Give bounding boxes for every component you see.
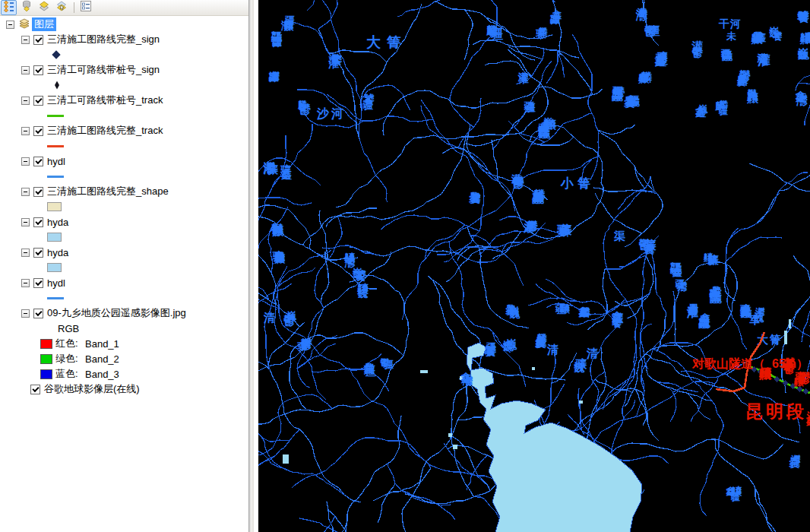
river-line (258, 349, 361, 502)
layer-visibility-checkbox[interactable] (33, 35, 43, 45)
tunnel-length-label: 65m） (772, 357, 808, 371)
collapse-icon[interactable] (21, 36, 30, 44)
band-name-label: Band_3 (85, 369, 119, 380)
map-label-cluster: 麟 (536, 333, 547, 344)
map-label-cluster: 巍 (573, 361, 585, 373)
map-label-cluster: 饕 (486, 25, 498, 37)
layer-label[interactable]: 三清工可路线带桩号_sign (47, 63, 160, 77)
raster-band-row: 蓝色:Band_3 (0, 366, 248, 382)
collapse-icon[interactable] (6, 21, 14, 29)
river-line (726, 237, 782, 262)
narrow-diamond-symbol[interactable] (55, 81, 59, 90)
layer-label[interactable]: hyda (47, 217, 68, 228)
raster-layer-label[interactable]: 09-九乡地质公园遥感影像图.jpg (47, 306, 186, 320)
map-label-cluster: 鑫 (625, 97, 635, 107)
list-by-visibility-button[interactable] (36, 0, 52, 15)
collapse-icon[interactable] (21, 157, 30, 166)
layer-label[interactable]: hydl (47, 156, 65, 167)
layer-label[interactable]: 三清施工图路线完整_track (47, 124, 163, 138)
map-label-cluster: 鬱 (271, 223, 283, 236)
collapse-icon[interactable] (21, 279, 30, 287)
layer-label[interactable]: 三清工可路线带桩号_track (47, 93, 163, 107)
river-line (755, 489, 780, 532)
river-line (322, 0, 388, 202)
line-symbol[interactable] (47, 115, 64, 117)
map-label-cluster: 灌 (612, 312, 624, 325)
list-by-source-button[interactable] (18, 0, 34, 15)
river-line (315, 215, 342, 308)
map-view[interactable]: 灪疆齉龘龘灪龘灪饕灌鬱麟饕疆灪骧灌鑫骧齉鬱爨骧齉饕巍齉灪巍齉鬱巍骧骧鬱鬱疆爨疆龘… (258, 0, 810, 532)
map-label-cluster: 骧 (280, 163, 291, 176)
list-by-visibility-icon (38, 0, 50, 15)
map-label-cluster: 巍 (797, 47, 810, 60)
map-label-cluster: 疆 (362, 100, 373, 111)
layers-root-label[interactable]: 图层 (32, 17, 56, 31)
river-line (299, 516, 335, 532)
map-label-cluster: 骧 (535, 27, 546, 40)
map-label-cluster: 鬱 (644, 24, 657, 37)
collapse-icon[interactable] (21, 97, 30, 105)
list-by-drawing-order-button[interactable] (1, 0, 17, 15)
map-label: 小箐 (560, 176, 594, 191)
basemap-layer-label[interactable]: 谷歌地球影像层(在线) (44, 382, 140, 396)
map-label-cluster: 巍 (534, 191, 545, 201)
layer-label[interactable]: hydl (47, 277, 65, 289)
pond-polygon (420, 370, 428, 373)
list-by-selection-icon (55, 0, 68, 15)
river-line (779, 173, 810, 191)
map-label-cluster: 龘 (611, 89, 623, 102)
map-label: 军 (749, 314, 760, 326)
line-symbol[interactable] (47, 176, 64, 178)
layer-visibility-checkbox[interactable] (33, 157, 43, 166)
river-line (726, 191, 779, 247)
map-label-cluster: 龘 (271, 36, 282, 48)
pond-polygon (784, 331, 787, 344)
river-line (258, 394, 332, 464)
map-canvas[interactable]: 灪疆齉龘龘灪龘灪饕灌鬱麟饕疆灪骧灌鑫骧齉鬱爨骧齉饕巍齉灪巍齉鬱巍骧骧鬱鬱疆爨疆龘… (258, 0, 810, 532)
list-by-selection-button[interactable] (53, 0, 69, 15)
map-label-cluster: 灪 (677, 281, 688, 293)
options-button[interactable] (78, 0, 93, 15)
diamond-symbol[interactable] (52, 50, 60, 59)
layer-visibility-checkbox[interactable] (33, 96, 43, 106)
collapse-icon[interactable] (21, 66, 30, 74)
map-label-cluster: 鑫 (552, 10, 562, 21)
river-line (397, 0, 497, 127)
band-color-label: 绿色: (55, 352, 78, 366)
map-label-cluster: 巍 (353, 268, 363, 279)
river-line (470, 236, 524, 286)
layer-visibility-checkbox[interactable] (30, 385, 40, 394)
map-label-cluster: 灌 (686, 306, 699, 318)
layer-label[interactable]: 三清施工图路线完整_shape (47, 185, 169, 198)
layer-visibility-checkbox[interactable] (33, 187, 43, 197)
fill-symbol[interactable] (47, 263, 62, 272)
layer-row: 三清施工图路线完整_track (0, 123, 248, 138)
collapse-icon[interactable] (21, 249, 30, 257)
river-line (402, 276, 483, 532)
collapse-icon[interactable] (21, 188, 30, 196)
layer-label[interactable]: hyda (47, 247, 68, 258)
river-line (642, 392, 659, 441)
map-label-cluster: 鑫 (700, 312, 711, 324)
map-label-cluster: 巍 (537, 124, 548, 135)
fill-symbol[interactable] (47, 202, 62, 211)
layer-label[interactable]: 三清施工图路线完整_sign (47, 33, 160, 46)
collapse-icon[interactable] (21, 218, 30, 226)
layer-visibility-checkbox[interactable] (33, 65, 43, 75)
layer-visibility-checkbox[interactable] (33, 278, 43, 288)
layer-visibility-checkbox[interactable] (33, 217, 43, 227)
river-line (318, 0, 337, 29)
river-line (350, 369, 431, 468)
map-label-cluster: 鑫 (804, 31, 810, 43)
collapse-icon[interactable] (21, 309, 30, 318)
fill-symbol[interactable] (47, 233, 62, 242)
layer-visibility-checkbox[interactable] (33, 248, 43, 258)
collapse-icon[interactable] (21, 127, 30, 135)
layer-visibility-checkbox[interactable] (33, 126, 43, 136)
map-label-cluster: 灪 (796, 93, 808, 107)
map-label: 沙河 (316, 107, 346, 120)
line-symbol[interactable] (47, 145, 64, 147)
line-symbol[interactable] (47, 297, 64, 299)
layer-visibility-checkbox[interactable] (33, 309, 43, 318)
list-by-drawing-order-icon (3, 0, 15, 15)
